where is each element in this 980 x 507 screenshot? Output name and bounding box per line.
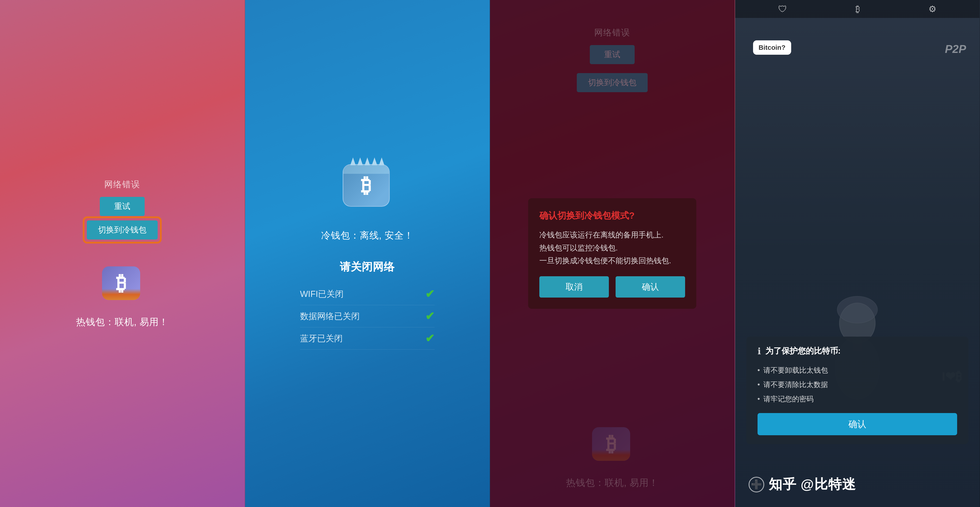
bluetooth-item: 蓝牙已关闭 ✔: [300, 327, 434, 350]
cold-icon-body: ₿: [343, 164, 390, 207]
confirm-button[interactable]: 确认: [616, 276, 685, 297]
network-header: 请关闭网络: [340, 260, 395, 274]
bubble-bitcoin-text: Bitcoin?: [759, 44, 786, 51]
bluetooth-check: ✔: [425, 332, 434, 345]
panel-protection-info: 🛡 ₿ ⚙ Bitcoin?: [735, 0, 980, 507]
cold-wallet-icon-wrapper: ₿: [343, 157, 392, 223]
gear-icon[interactable]: ⚙: [928, 4, 937, 14]
dialog-line1: 冷钱包应该运行在离线的备用手机上.: [539, 230, 663, 239]
ice-spikes: [350, 157, 384, 165]
info-icon: ℹ: [757, 346, 761, 356]
cancel-button[interactable]: 取消: [539, 276, 609, 297]
watermark-text: 知乎 @比特迷: [769, 475, 856, 494]
switch-cold-wrapper: 切换到冷钱包: [87, 221, 158, 240]
protection-item-3: 请牢记您的密码: [757, 392, 957, 406]
protection-text-3: 请牢记您的密码: [764, 394, 814, 404]
protection-header: ℹ 为了保护您的比特币:: [757, 346, 957, 356]
data-check: ✔: [425, 310, 434, 323]
wifi-check: ✔: [425, 288, 434, 300]
ice-spike-4: [372, 157, 377, 165]
bubble-bitcoin: Bitcoin?: [753, 40, 791, 55]
hot-wallet-icon: ₿: [102, 266, 142, 307]
dialog-line3: 一旦切换成冷钱包便不能切换回热钱包.: [539, 256, 671, 265]
data-label: 数据网络已关闭: [300, 311, 360, 322]
confirm-dialog: 确认切换到冷钱包模式? 冷钱包应该运行在离线的备用手机上. 热钱包可以监控冷钱包…: [528, 198, 696, 309]
ice-spike-5: [379, 157, 384, 165]
cold-wallet-icon: ₿: [343, 164, 392, 213]
protection-text-2: 请不要清除比太数据: [764, 380, 828, 390]
protection-title: 为了保护您的比特币:: [765, 346, 841, 356]
plus-icon-symbol: ➕: [751, 479, 762, 490]
network-list: WIFI已关闭 ✔ 数据网络已关闭 ✔ 蓝牙已关闭 ✔: [300, 283, 434, 350]
ice-spike-1: [350, 157, 356, 165]
dialog-body: 冷钱包应该运行在离线的备用手机上. 热钱包可以监控冷钱包. 一旦切换成冷钱包便不…: [539, 229, 685, 267]
cold-wallet-caption: 冷钱包：离线, 安全！: [321, 229, 414, 242]
protection-dialog: ℹ 为了保护您的比特币: 请不要卸载比太钱包 请不要清除比太数据 请牢记您的密码…: [746, 337, 969, 444]
protection-item-2: 请不要清除比太数据: [757, 378, 957, 392]
dialog-line2: 热钱包可以监控冷钱包.: [539, 243, 617, 252]
dialog-buttons: 取消 确认: [539, 276, 685, 297]
p2p-text: P2P: [945, 43, 966, 56]
protection-text-1: 请不要卸载比太钱包: [764, 366, 828, 375]
retry-button-1[interactable]: 重试: [100, 197, 145, 216]
wifi-item: WIFI已关闭 ✔: [300, 283, 434, 305]
switch-cold-button-1[interactable]: 切换到冷钱包: [87, 221, 158, 240]
error-label-1: 网络错误: [104, 179, 140, 190]
ice-spike-2: [358, 157, 363, 165]
bitcoin-symbol-1: ₿: [116, 272, 126, 295]
panel-cold-wallet-setup: ₿ 冷钱包：离线, 安全！ 请关闭网络 WIFI已关闭 ✔ 数据网络已关闭 ✔ …: [245, 0, 490, 507]
protection-list: 请不要卸载比太钱包 请不要清除比太数据 请牢记您的密码: [757, 363, 957, 406]
top-bar: 🛡 ₿ ⚙: [735, 0, 980, 18]
dialog-overlay: 确认切换到冷钱包模式? 冷钱包应该运行在离线的备用手机上. 热钱包可以监控冷钱包…: [490, 0, 735, 507]
dialog-title: 确认切换到冷钱包模式?: [539, 210, 685, 222]
plus-icon: ➕: [749, 477, 764, 493]
shield-icon[interactable]: 🛡: [778, 4, 787, 14]
data-item: 数据网络已关闭 ✔: [300, 305, 434, 327]
ice-spike-3: [364, 157, 370, 165]
wifi-label: WIFI已关闭: [300, 288, 344, 300]
panel-hot-wallet-error: 网络错误 重试 切换到冷钱包 ₿ 热钱包：联机, 易用！: [0, 0, 245, 507]
hot-wallet-caption-1: 热钱包：联机, 易用！: [76, 316, 169, 328]
icon-body: ₿: [102, 266, 140, 300]
bitcoin-tab-icon[interactable]: ₿: [856, 4, 860, 14]
protection-item-1: 请不要卸载比太钱包: [757, 363, 957, 378]
bluetooth-label: 蓝牙已关闭: [300, 333, 343, 344]
watermark-area: ➕ 知乎 @比特迷: [749, 475, 980, 494]
bubble-p2p: P2P: [945, 43, 966, 56]
panel-cold-wallet-confirm: 网络错误 重试 切换到冷钱包 ₿ 热钱包：联机, 易用！ 确认切换到冷钱包模式?…: [490, 0, 735, 507]
svg-point-1: [837, 296, 878, 323]
bitcoin-symbol-2: ₿: [361, 174, 371, 197]
protection-confirm-button[interactable]: 确认: [757, 413, 957, 435]
